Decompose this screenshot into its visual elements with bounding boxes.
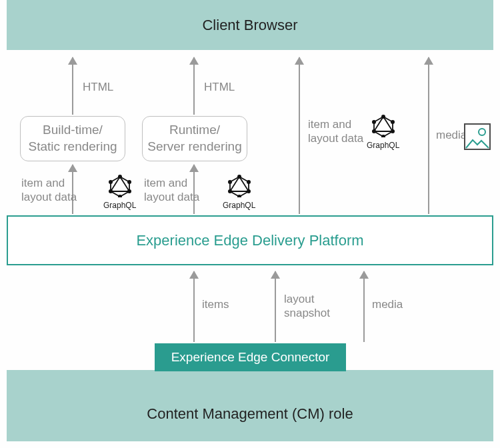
edge-platform-label: Experience Edge Delivery Platform xyxy=(136,232,363,249)
label-layout-snapshot: layout snapshot xyxy=(284,292,330,321)
arrow-platform-client-1 xyxy=(299,57,300,214)
label-html-1: HTML xyxy=(83,80,113,94)
svg-point-2 xyxy=(391,120,395,124)
edge-connector-box: Experience Edge Connector xyxy=(155,343,346,371)
svg-point-13 xyxy=(109,180,113,184)
svg-point-4 xyxy=(381,135,385,137)
diagram-canvas: Client Browser HTML HTML item and layout… xyxy=(0,0,500,448)
svg-point-11 xyxy=(118,195,122,197)
build-node-label: Build-time/ Static rendering xyxy=(28,122,117,155)
cm-role-label: Content Management (CM) role xyxy=(0,405,500,423)
runtime-node-label: Runtime/ Server rendering xyxy=(147,122,242,155)
edge-delivery-platform-box: Experience Edge Delivery Platform xyxy=(7,215,493,265)
arrow-connector-items xyxy=(193,271,195,342)
svg-point-20 xyxy=(228,180,232,184)
build-time-rendering-node: Build-time/ Static rendering xyxy=(20,116,125,161)
graphql-icon-1: GraphQL xyxy=(103,175,136,211)
svg-point-9 xyxy=(127,180,131,184)
svg-point-6 xyxy=(372,120,376,124)
label-media-1: media xyxy=(436,128,467,142)
arrow-platform-client-2 xyxy=(428,57,429,214)
svg-point-16 xyxy=(247,180,251,184)
label-items: items xyxy=(202,297,229,311)
graphql-icon-2: GraphQL xyxy=(223,175,255,211)
arrow-connector-media xyxy=(363,271,365,342)
label-media-2: media xyxy=(372,297,403,311)
svg-point-5 xyxy=(372,129,376,133)
graphql-icon-3: GraphQL xyxy=(367,115,399,151)
graphql-label-1: GraphQL xyxy=(103,201,136,210)
client-browser-label: Client Browser xyxy=(202,17,297,34)
graphql-label-2: GraphQL xyxy=(223,201,255,210)
client-browser-box: Client Browser xyxy=(7,0,493,50)
label-item-layout-1: item and layout data xyxy=(21,176,77,205)
svg-point-18 xyxy=(237,195,241,197)
svg-point-17 xyxy=(247,189,251,193)
arrow-build-to-client xyxy=(72,57,73,115)
svg-point-15 xyxy=(237,175,241,179)
label-html-2: HTML xyxy=(204,80,235,94)
graphql-label-3: GraphQL xyxy=(367,141,399,150)
arrow-runtime-to-client xyxy=(193,57,195,115)
svg-point-10 xyxy=(127,189,131,193)
edge-connector-label: Experience Edge Connector xyxy=(171,350,330,365)
svg-point-3 xyxy=(391,129,395,133)
label-item-layout-3: item and layout data xyxy=(308,117,363,146)
arrow-connector-layout xyxy=(275,271,276,342)
image-icon xyxy=(464,123,491,150)
runtime-rendering-node: Runtime/ Server rendering xyxy=(142,116,247,161)
svg-point-8 xyxy=(118,175,122,179)
svg-point-12 xyxy=(109,189,113,193)
svg-point-1 xyxy=(381,115,385,119)
label-item-layout-2: item and layout data xyxy=(144,176,199,205)
svg-point-19 xyxy=(228,189,232,193)
